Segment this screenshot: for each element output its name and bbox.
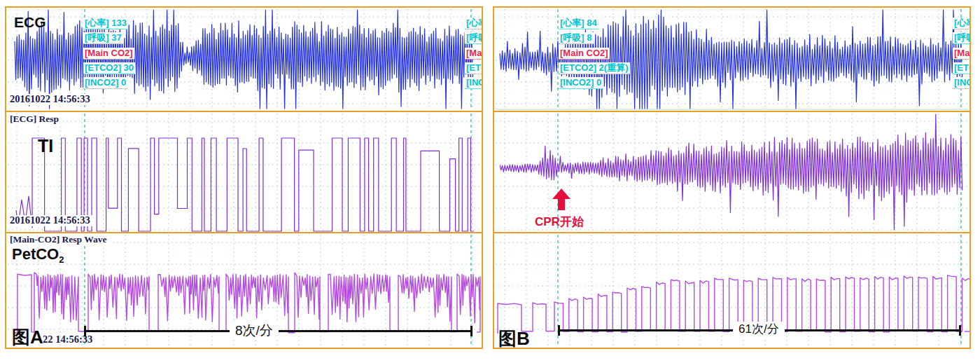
figure-canvas: ECG 20161022 14:56:33 [ECG] Resp TI 2016… xyxy=(0,0,980,363)
resp-waveform xyxy=(500,114,962,230)
resp-wave-plot xyxy=(494,112,969,232)
vital-label: [心率] 133 xyxy=(83,18,128,29)
panel-figure-a: ECG 20161022 14:56:33 [ECG] Resp TI 2016… xyxy=(5,6,483,349)
section-header-resp: [ECG] Resp xyxy=(10,114,61,125)
bracket-tick-right xyxy=(470,326,472,336)
rate-bracket-b: 61次/分 xyxy=(558,329,961,331)
timestamp-resp: 20161022 14:56:33 xyxy=(10,215,92,226)
bracket-tick-left xyxy=(84,326,86,336)
vital-label: [Main CO2] xyxy=(559,48,610,60)
vital-label: [Main CO2] xyxy=(953,48,971,60)
section-divider xyxy=(494,232,969,233)
vital-label: [呼吸] 8 xyxy=(953,32,971,44)
vital-label: [ETCO2] 30 xyxy=(83,62,135,74)
arrow-stem xyxy=(558,199,565,210)
section-header-co2: [Main-CO2] Resp Wave xyxy=(10,235,109,245)
rate-label-b: 61次/分 xyxy=(733,322,785,337)
vital-label: [Main CO2] xyxy=(465,48,483,60)
vital-label: [INCO2] 0 xyxy=(83,77,127,89)
bracket-tick-left xyxy=(558,325,560,336)
petco2-text: PetCO xyxy=(12,245,59,263)
rate-bracket-a: 8次/分 xyxy=(84,330,472,332)
bracket-tick-right xyxy=(959,325,961,336)
vital-label: [呼吸] 8 xyxy=(559,32,594,44)
section-divider xyxy=(6,111,482,112)
vital-label: [ETCO2] 2(重算) xyxy=(559,62,630,74)
vital-label: [Main CO2] xyxy=(83,48,134,60)
vital-label: [心率] 84 xyxy=(953,18,971,29)
vital-label: [INCO2] 0 xyxy=(559,77,603,89)
vital-label: [呼吸] 37 xyxy=(83,32,123,44)
petco2-subscript: 2 xyxy=(59,254,64,265)
vital-label: [呼吸] 37 xyxy=(465,32,483,44)
section-divider xyxy=(494,111,969,112)
cpr-start-label: CPR开始 xyxy=(535,216,584,228)
rate-label-a: 8次/分 xyxy=(230,322,279,340)
vital-label: [ETCO2] 30 xyxy=(465,62,483,74)
vital-label: [INCO2] 0 xyxy=(953,77,971,89)
panel-figure-b: CPR开始 图B 61次/分 [心率] 84[呼吸] 8[Main CO2][E… xyxy=(493,6,971,349)
vital-label: [心率] 84 xyxy=(559,18,598,29)
arrow-head xyxy=(552,189,570,199)
wave-label-petco2: PetCO2 xyxy=(12,247,64,264)
figure-caption-b: 图B xyxy=(498,329,530,348)
caption-timestamp-a: 22 14:56:33 xyxy=(43,334,94,345)
vital-label: [INCO2] 0 xyxy=(465,77,483,89)
figure-caption-a: 图A xyxy=(12,328,43,346)
vital-label: [ETCO2] 2(重算) xyxy=(953,62,971,74)
cpr-arrow-icon xyxy=(552,189,570,210)
wave-label-ecg: ECG xyxy=(14,15,46,29)
vital-label: [心率] 133 xyxy=(465,18,483,29)
wave-label-ti: TI xyxy=(38,137,53,155)
timestamp-ecg: 20161022 14:56:33 xyxy=(10,94,92,105)
section-divider xyxy=(6,232,482,233)
